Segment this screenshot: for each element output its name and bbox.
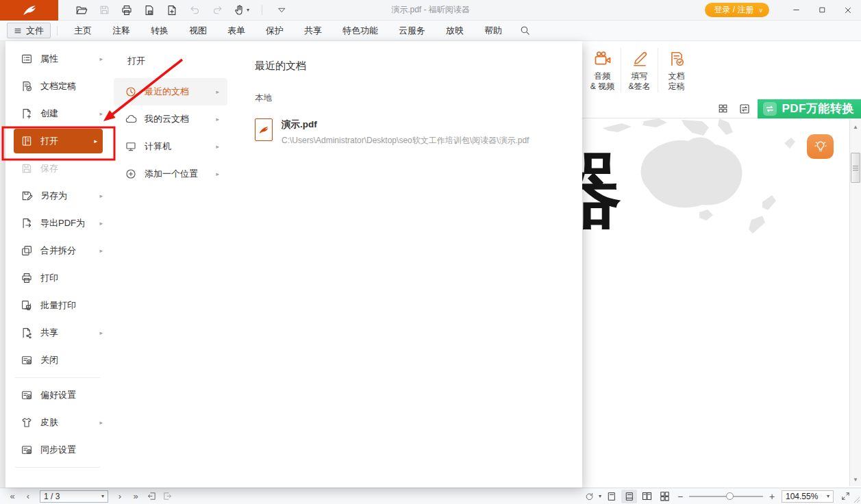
pdf-convert-button[interactable]: PDF万能转换 xyxy=(758,99,861,118)
submenu-arrow-icon: ▸ xyxy=(99,247,103,254)
ribbon-groups: 音频& 视频 填写&签名 文档定稿 xyxy=(584,41,695,99)
tab-home[interactable]: 主页 xyxy=(64,21,102,41)
zoom-slider-knob[interactable] xyxy=(726,492,734,500)
submenu-arrow-icon: ▸ xyxy=(99,192,103,199)
menu-item-create[interactable]: 创建 ▸ xyxy=(5,100,110,127)
foxit-reader-window: ▾ 演示.pdf - 福昕阅读器 登录 / 注册 ∨ 文件 主页 注释 转换 视… xyxy=(0,0,861,504)
rotate-caret-icon[interactable]: ▾ xyxy=(599,493,601,499)
zoom-in-button[interactable]: + xyxy=(766,490,777,503)
previous-view-icon xyxy=(147,491,157,501)
clock-icon xyxy=(125,86,137,98)
scrollbar-thumb[interactable] xyxy=(851,153,860,183)
tab-help[interactable]: 帮助 xyxy=(474,21,512,41)
login-register-button[interactable]: 登录 / 注册 ∨ xyxy=(705,3,769,17)
titlebar: ▾ 演示.pdf - 福昕阅读器 登录 / 注册 ∨ xyxy=(0,0,861,21)
menu-item-share[interactable]: 共享 ▸ xyxy=(5,319,110,346)
fill-sign-button[interactable]: 填写&签名 xyxy=(621,41,658,99)
menu-item-print[interactable]: 打印 xyxy=(5,264,110,292)
app-logo[interactable] xyxy=(0,0,58,21)
prev-page-button[interactable]: ‹ xyxy=(21,490,35,503)
tab-form[interactable]: 表单 xyxy=(217,21,255,41)
tab-slideshow[interactable]: 放映 xyxy=(436,21,474,41)
close-document-button[interactable] xyxy=(142,3,156,17)
menu-item-batch-print[interactable]: 批量打印 xyxy=(5,292,110,319)
rotate-view-button[interactable] xyxy=(583,490,597,503)
menu-item-export-pdf[interactable]: 导出PDF为 ▸ xyxy=(5,210,110,237)
zoom-slider-track[interactable] xyxy=(689,496,763,497)
collapse-toolbar-button[interactable] xyxy=(275,3,288,17)
next-view-icon xyxy=(162,491,173,501)
recent-file-path: C:\Users\Administrator\Desktop\seo软文工作培训… xyxy=(282,135,529,147)
triangle-down-icon xyxy=(277,5,287,15)
save-as-icon xyxy=(21,190,33,202)
grid-icon xyxy=(717,103,729,114)
tab-features[interactable]: 特色功能 xyxy=(332,21,388,41)
tab-view[interactable]: 视图 xyxy=(179,21,217,41)
scroll-down-button[interactable]: ▼ xyxy=(850,474,861,485)
printer-icon xyxy=(21,272,33,284)
tab-protect[interactable]: 保护 xyxy=(255,21,294,41)
card-sync-icon xyxy=(21,444,33,456)
continuous-view-button[interactable] xyxy=(621,490,637,503)
vertical-scrollbar[interactable]: ▲ ▼ xyxy=(849,120,861,486)
menu-item-open[interactable]: 打开 ▸ xyxy=(14,129,103,153)
tab-share[interactable]: 共享 xyxy=(294,21,332,41)
plus-circle-icon xyxy=(125,168,137,180)
previous-view-button[interactable] xyxy=(145,490,158,503)
menu-item-properties[interactable]: 属性 ▸ xyxy=(5,45,110,73)
location-add-place[interactable]: 添加一个位置 ▸ xyxy=(114,160,227,188)
zoom-out-button[interactable]: − xyxy=(675,490,686,503)
new-document-button[interactable] xyxy=(165,3,179,17)
maximize-button[interactable] xyxy=(809,0,835,21)
file-menu-button[interactable]: 文件 xyxy=(7,23,51,38)
menu-item-skin[interactable]: 皮肤 ▸ xyxy=(5,409,110,436)
fullscreen-button[interactable] xyxy=(838,490,853,503)
minimize-icon xyxy=(792,5,801,14)
location-recent-documents[interactable]: 最近的文档 ▸ xyxy=(114,78,227,105)
close-button[interactable] xyxy=(835,0,861,21)
menu-item-preferences[interactable]: 偏好设置 xyxy=(5,381,110,409)
tab-cloud[interactable]: 云服务 xyxy=(388,21,436,41)
search-button[interactable] xyxy=(516,23,533,39)
next-page-button[interactable]: › xyxy=(113,490,127,503)
menu-item-merge-split[interactable]: 合并拆分 ▸ xyxy=(5,237,110,264)
menu-item-doc-finalize[interactable]: 文档定稿 xyxy=(5,73,110,100)
pencil-icon xyxy=(631,49,649,69)
resize-grip[interactable] xyxy=(852,495,860,503)
minimize-button[interactable] xyxy=(783,0,809,21)
recent-file-item[interactable]: 演示.pdf C:\Users\Administrator\Desktop\se… xyxy=(255,118,569,147)
open-file-button[interactable] xyxy=(75,3,88,17)
print-button[interactable] xyxy=(120,3,134,17)
page-number-box[interactable]: 1 / 3 ▾ xyxy=(40,490,108,503)
zoom-level-box[interactable]: 104.55% ▾ xyxy=(782,490,834,503)
facing-view-button[interactable] xyxy=(639,490,655,503)
hand-tool-icon xyxy=(233,4,245,16)
menu-item-save-as[interactable]: 另存为 ▸ xyxy=(5,182,110,210)
tips-lightbulb-button[interactable] xyxy=(807,134,834,159)
submenu-arrow-icon: ▸ xyxy=(216,88,219,95)
doc-finalize-label-line1: 文档 xyxy=(669,71,685,81)
location-computer[interactable]: 计算机 ▸ xyxy=(114,133,227,160)
location-cloud-documents[interactable]: 我的云文档 ▸ xyxy=(114,105,227,133)
tab-convert[interactable]: 转换 xyxy=(140,21,179,41)
menu-item-sync-settings[interactable]: 同步设置 xyxy=(5,436,110,464)
audio-video-label-line2: & 视频 xyxy=(590,81,614,92)
grid-view-button[interactable] xyxy=(657,490,673,503)
thumbnail-grid-button[interactable] xyxy=(715,101,732,116)
first-page-button[interactable]: « xyxy=(5,490,19,503)
doc-finalize-button[interactable]: 文档定稿 xyxy=(658,41,695,99)
hand-tool-button[interactable]: ▾ xyxy=(233,4,249,16)
scroll-up-button[interactable]: ▲ xyxy=(850,121,861,132)
page-swap-button[interactable] xyxy=(736,101,753,116)
rotate-icon xyxy=(584,491,595,501)
menu-item-close[interactable]: 关闭 xyxy=(5,346,110,374)
single-page-view-button[interactable] xyxy=(603,490,619,503)
document-check-icon xyxy=(21,80,33,92)
tab-comment[interactable]: 注释 xyxy=(102,21,140,41)
menu-item-save: 保存 xyxy=(5,155,110,182)
merge-squares-icon xyxy=(21,244,33,257)
cloud-icon xyxy=(125,113,137,125)
audio-video-button[interactable]: 音频& 视频 xyxy=(584,41,621,99)
batch-print-icon xyxy=(21,299,33,312)
last-page-button[interactable]: » xyxy=(129,490,142,503)
